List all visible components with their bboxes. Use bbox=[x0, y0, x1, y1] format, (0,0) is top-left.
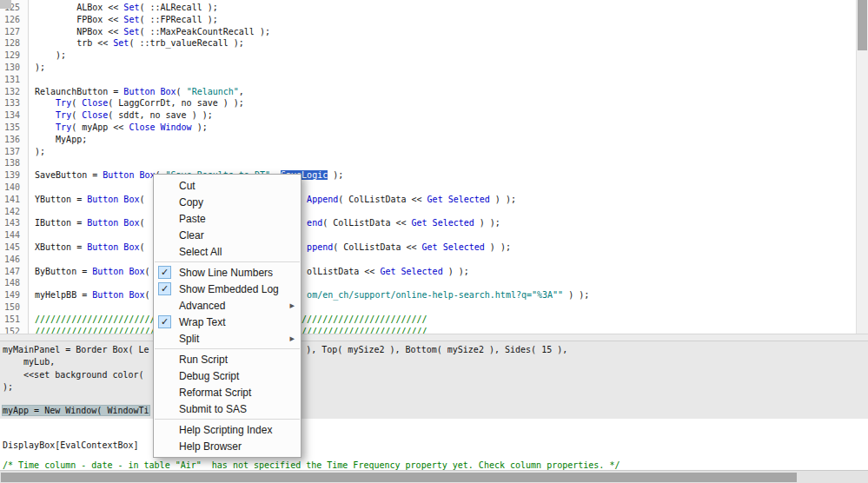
menu-item-label: Copy bbox=[179, 196, 295, 208]
line-number: 137 bbox=[0, 146, 28, 158]
menu-icon-spacer bbox=[158, 228, 171, 242]
menu-separator bbox=[155, 348, 300, 349]
line-number: 138 bbox=[0, 157, 28, 169]
line-number: 141 bbox=[0, 194, 28, 206]
code-line[interactable]: FPBox << Set( ::FPRecall ); bbox=[35, 14, 856, 26]
script-editor-pane[interactable]: 1251261271281291301311321331341351361371… bbox=[0, 0, 856, 334]
menu-item-label: Select All bbox=[179, 246, 295, 258]
log-line: DisplayBox[EvalContextBox] bbox=[3, 440, 139, 451]
menu-item-label: Run Script bbox=[179, 354, 295, 366]
line-number: 129 bbox=[0, 50, 28, 62]
menu-icon-spacer bbox=[158, 386, 171, 399]
menu-item-reformat-script[interactable]: Reformat Script bbox=[154, 384, 301, 400]
line-number: 139 bbox=[0, 169, 28, 182]
checkmark-icon: ✓ bbox=[158, 315, 171, 328]
menu-icon-spacer bbox=[158, 245, 171, 258]
line-number: 140 bbox=[0, 182, 28, 194]
code-line[interactable]: Try( Close( sddt, no save ) ); bbox=[35, 109, 856, 122]
checkmark-icon: ✓ bbox=[158, 282, 171, 295]
gutter-corner-box bbox=[0, 0, 11, 9]
menu-icon-spacer bbox=[158, 299, 171, 312]
menu-item-submit-to-sas[interactable]: Submit to SAS bbox=[154, 400, 301, 417]
log-line: <<set background color( bbox=[3, 369, 149, 380]
menu-item-label: Advanced bbox=[179, 300, 289, 312]
menu-icon-spacer bbox=[158, 195, 171, 208]
menu-icon-spacer bbox=[158, 369, 171, 382]
menu-icon-spacer bbox=[158, 423, 171, 436]
line-number: 146 bbox=[0, 254, 28, 266]
line-number: 151 bbox=[0, 314, 28, 326]
line-number: 131 bbox=[0, 74, 28, 86]
menu-item-label: Help Browser bbox=[179, 440, 295, 453]
code-line[interactable]: Try( Close( LaggCorrDt, no save ) ); bbox=[35, 97, 856, 109]
menu-icon-spacer bbox=[158, 440, 171, 453]
menu-item-show-line-numbers[interactable]: ✓Show Line Numbers bbox=[154, 264, 301, 281]
menu-icon-spacer bbox=[158, 332, 171, 345]
checkmark-icon: ✓ bbox=[158, 266, 171, 279]
horizontal-scrollbar-thumb[interactable] bbox=[1, 473, 797, 482]
pane-splitter[interactable] bbox=[0, 334, 868, 341]
code-line[interactable]: NPBox << Set( ::MaxPeakCountRecall ); bbox=[35, 26, 856, 38]
line-number: 152 bbox=[0, 326, 28, 334]
menu-item-label: Reformat Script bbox=[179, 387, 295, 399]
line-number: 148 bbox=[0, 277, 28, 289]
menu-item-copy[interactable]: Copy bbox=[154, 194, 301, 210]
code-line[interactable]: ALBox << Set( ::ALRecall ); bbox=[35, 2, 856, 14]
log-line: ); bbox=[3, 381, 13, 393]
menu-item-split[interactable]: Split▸ bbox=[154, 330, 301, 347]
line-number-gutter: 1251261271281291301311321331341351361371… bbox=[0, 0, 29, 334]
jmp-script-editor-window: 1251261271281291301311321331341351361371… bbox=[0, 0, 868, 483]
menu-item-advanced[interactable]: Advanced▸ bbox=[154, 297, 301, 314]
code-line[interactable]: Try( myApp << Close Window ); bbox=[35, 122, 856, 134]
line-number: 126 bbox=[0, 14, 28, 26]
menu-separator bbox=[155, 419, 300, 420]
line-number: 135 bbox=[0, 122, 28, 134]
code-line[interactable]: RelaunchButton = Button Box( "Relaunch", bbox=[35, 86, 856, 98]
menu-icon-spacer bbox=[158, 402, 171, 415]
menu-item-clear[interactable]: Clear bbox=[154, 227, 301, 243]
menu-item-label: Submit to SAS bbox=[179, 403, 295, 415]
horizontal-scrollbar[interactable] bbox=[0, 470, 868, 483]
menu-icon-spacer bbox=[158, 353, 171, 366]
menu-item-label: Paste bbox=[179, 213, 295, 225]
menu-item-label: Show Embedded Log bbox=[179, 283, 295, 295]
menu-item-label: Clear bbox=[179, 229, 295, 242]
menu-item-label: Debug Script bbox=[179, 370, 295, 382]
log-line: myApp = New Window( WindowTi bbox=[3, 405, 149, 416]
menu-item-label: Split bbox=[179, 333, 289, 345]
menu-item-paste[interactable]: Paste bbox=[154, 210, 301, 227]
submenu-arrow-icon: ▸ bbox=[289, 333, 295, 344]
embedded-log-pane[interactable]: myMainPanel = Border Box( Le ), Top( myS… bbox=[0, 341, 868, 470]
code-line[interactable]: ); bbox=[35, 146, 856, 158]
menu-item-label: Wrap Text bbox=[179, 316, 295, 328]
line-number: 130 bbox=[0, 62, 28, 74]
code-line[interactable]: MyApp; bbox=[35, 134, 856, 146]
code-line[interactable]: trb << Set( ::trb_valueRecall ); bbox=[35, 37, 856, 50]
code-line[interactable]: ); bbox=[35, 62, 856, 74]
code-line[interactable]: ); bbox=[35, 50, 856, 62]
menu-icon-spacer bbox=[158, 179, 171, 192]
line-number: 147 bbox=[0, 266, 28, 278]
menu-item-run-script[interactable]: Run Script bbox=[154, 351, 301, 367]
line-number: 128 bbox=[0, 37, 28, 50]
submenu-arrow-icon: ▸ bbox=[289, 300, 295, 311]
menu-item-debug-script[interactable]: Debug Script bbox=[154, 367, 301, 384]
menu-item-select-all[interactable]: Select All bbox=[154, 243, 301, 260]
menu-item-label: Cut bbox=[179, 180, 295, 192]
log-line: myLub, bbox=[3, 356, 55, 367]
menu-item-cut[interactable]: Cut bbox=[154, 177, 301, 194]
line-number: 136 bbox=[0, 134, 28, 146]
context-menu: CutCopyPasteClearSelect All✓Show Line Nu… bbox=[153, 174, 301, 458]
code-line[interactable] bbox=[35, 157, 856, 169]
line-number: 134 bbox=[0, 109, 28, 122]
menu-item-help-scripting-index[interactable]: Help Scripting Index bbox=[154, 421, 301, 438]
menu-icon-spacer bbox=[158, 212, 171, 225]
line-number: 145 bbox=[0, 242, 28, 254]
code-line[interactable] bbox=[35, 74, 856, 86]
menu-item-help-browser[interactable]: Help Browser bbox=[154, 438, 301, 454]
menu-item-wrap-text[interactable]: ✓Wrap Text bbox=[154, 314, 301, 330]
line-number: 144 bbox=[0, 229, 28, 242]
menu-item-show-embedded-log[interactable]: ✓Show Embedded Log bbox=[154, 281, 301, 297]
vertical-scrollbar[interactable] bbox=[856, 0, 868, 334]
vertical-scrollbar-thumb[interactable] bbox=[858, 0, 867, 50]
